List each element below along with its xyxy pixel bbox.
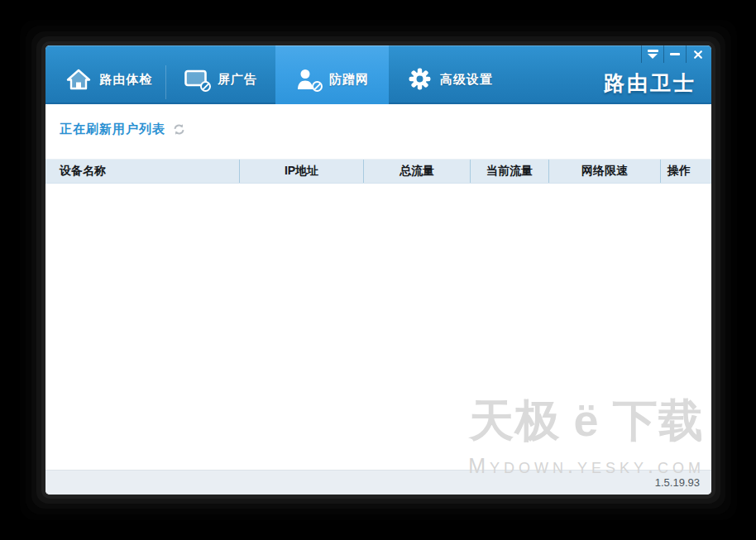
close-button[interactable] [686,45,711,63]
tab-label: 防蹭网 [329,72,369,88]
main-menu-button[interactable] [641,45,663,63]
app-logo: 路由卫士 [604,69,696,97]
col-total-traffic: 总流量 [363,160,470,183]
col-actions: 操作 [660,160,711,183]
col-speed-limit: 网络限速 [548,160,660,183]
tab-label: 高级设置 [440,72,493,88]
minimize-button[interactable] [663,45,686,63]
main-content: 正在刷新用户列表 设备名称 IP地址 总流量 当前流量 网络限速 操作 [45,104,711,468]
tab-block-ads[interactable]: 屏广告 [165,45,275,104]
status-text: 正在刷新用户列表 [60,122,165,137]
status-row: 正在刷新用户列表 [45,104,711,137]
block-badge-icon [312,81,323,92]
col-current-traffic: 当前流量 [470,160,548,183]
col-ip-address: IP地址 [239,160,363,183]
tab-label: 屏广告 [218,72,257,88]
version-label: 1.5.19.93 [655,476,700,489]
col-device-name: 设备名称 [45,160,239,183]
window-controls [641,45,711,63]
minimize-icon [670,53,680,55]
screen-block-icon [184,68,208,91]
tab-advanced-settings[interactable]: 高级设置 [389,45,513,104]
block-badge-icon [200,81,211,92]
home-icon [66,68,91,91]
close-icon [694,50,702,59]
gear-icon [409,68,431,91]
tab-router-checkup[interactable]: 路由体检 [53,45,165,104]
tab-anti-freeloader[interactable]: 防蹭网 [275,45,389,104]
screenshot-stage: 路由体检 屏广告 [0,0,756,540]
status-footer: 1.5.19.93 [45,470,711,495]
title-nav-bar: 路由体检 屏广告 [45,45,711,104]
user-block-icon [295,68,320,91]
refresh-icon[interactable] [173,123,185,136]
device-table-header: 设备名称 IP地址 总流量 当前流量 网络限速 操作 [45,159,711,184]
menu-dropdown-icon [648,50,658,59]
tab-label: 路由体检 [100,72,153,88]
app-window: 路由体检 屏广告 [45,45,711,495]
